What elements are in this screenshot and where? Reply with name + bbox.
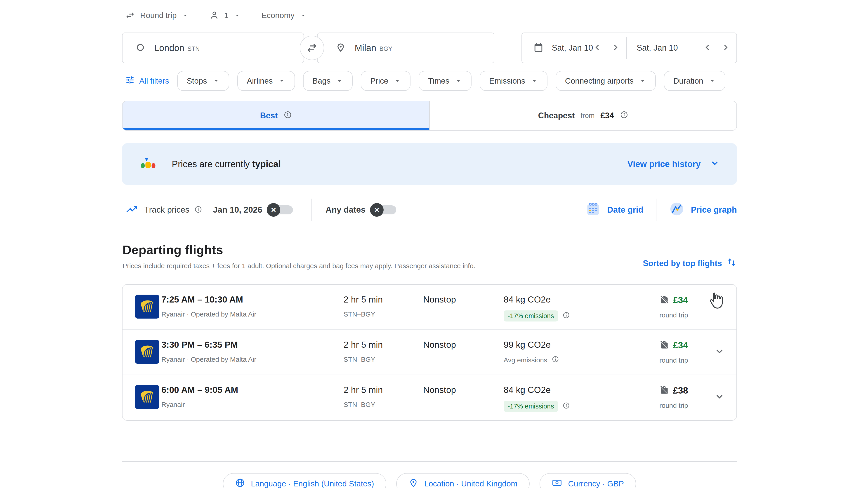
return-date-prev-icon[interactable] — [704, 43, 712, 53]
flight-row-2[interactable]: 3:30 PM – 6:35 PM Ryanair · Operated by … — [123, 330, 737, 375]
filter-chip-airlines[interactable]: Airlines — [237, 71, 295, 91]
flight-co2: 99 kg CO2e — [504, 340, 626, 350]
passenger-assistance-link[interactable]: Passenger assistance — [395, 262, 461, 269]
destination-input[interactable]: Milan BGY — [317, 33, 494, 63]
filter-chip-connecting-airports[interactable]: Connecting airports — [556, 71, 656, 91]
filter-chip-stops[interactable]: Stops — [177, 71, 229, 91]
flight-times: 6:00 AM – 9:05 AM — [161, 385, 344, 395]
flight-co2: 84 kg CO2e — [504, 385, 626, 395]
info-icon[interactable] — [563, 312, 570, 320]
sort-arrows-icon — [726, 257, 737, 270]
price-graph-icon — [669, 201, 684, 219]
footer-settings: Language · English (United States) Locat… — [122, 473, 737, 488]
track-prices-label: Track prices — [144, 205, 189, 215]
track-specific-dates-label: Jan 10, 2026 — [213, 205, 262, 215]
tab-best[interactable]: Best — [123, 101, 430, 130]
flight-stops: Nonstop — [423, 385, 504, 395]
flight-stops: Nonstop — [423, 340, 504, 350]
emissions-text: Avg emissions — [504, 356, 547, 364]
cheapest-tab-label: Cheapest — [538, 111, 575, 121]
tune-icon — [125, 75, 135, 87]
swap-origin-destination-button[interactable] — [300, 36, 324, 60]
flight-results-list: 7:25 AM – 10:30 AM Ryanair · Operated by… — [122, 284, 737, 421]
trip-options-bar: Round trip 1 Economy — [122, 5, 737, 25]
mouse-cursor-pointer — [707, 291, 724, 311]
return-date-next-icon[interactable] — [721, 43, 730, 53]
section-title: Departing flights — [123, 242, 737, 257]
track-specific-dates-toggle[interactable]: ✕ — [267, 205, 293, 215]
return-date-field[interactable]: Sat, Jan 10 — [627, 43, 730, 53]
departure-date-next-icon[interactable] — [612, 43, 620, 53]
bag-fees-link[interactable]: bag fees — [332, 262, 358, 269]
tab-cheapest[interactable]: Cheapest from £34 — [430, 101, 737, 130]
cheapest-from-price: £34 — [600, 111, 614, 121]
departure-date-prev-icon[interactable] — [593, 43, 601, 53]
divider — [656, 199, 656, 221]
price-note: round trip — [659, 311, 688, 319]
location-pin-icon — [336, 42, 346, 53]
info-icon[interactable] — [563, 402, 570, 411]
banknote-icon — [552, 478, 562, 488]
caret-down-icon — [182, 11, 189, 19]
flight-times: 3:30 PM – 6:35 PM — [161, 340, 344, 350]
info-icon[interactable] — [284, 111, 292, 121]
origin-airport-code: STN — [187, 45, 199, 53]
trip-type-dropdown[interactable]: Round trip — [125, 10, 189, 20]
price-graph-button[interactable]: Price graph — [669, 201, 737, 219]
all-filters-button[interactable]: All filters — [125, 75, 169, 87]
origin-circle-icon — [135, 43, 145, 53]
departure-date-field[interactable]: Sat, Jan 10 — [533, 42, 626, 54]
currency-button[interactable]: Currency · GBP — [539, 473, 636, 488]
caret-down-icon — [300, 11, 307, 19]
no-carry-on-bag-icon — [659, 340, 669, 351]
filter-chip-duration[interactable]: Duration — [664, 71, 725, 91]
flight-row-1[interactable]: 7:25 AM – 10:30 AM Ryanair · Operated by… — [123, 285, 737, 330]
cheapest-from-word: from — [581, 111, 594, 120]
filter-chip-price[interactable]: Price — [361, 71, 410, 91]
passenger-count: 1 — [224, 11, 228, 20]
footer-divider — [122, 461, 737, 462]
expand-chevron-icon[interactable] — [714, 346, 725, 357]
date-range-input: Sat, Jan 10 Sat, Jan 10 — [522, 33, 737, 63]
info-icon[interactable] — [552, 356, 559, 364]
info-icon[interactable] — [194, 205, 202, 214]
caret-down-icon — [709, 77, 716, 85]
flight-route: STN–BGY — [344, 311, 423, 318]
view-price-history-button[interactable]: View price history — [627, 158, 720, 170]
caret-down-icon — [336, 77, 343, 85]
language-button[interactable]: Language · English (United States) — [223, 473, 386, 488]
cabin-class-dropdown[interactable]: Economy — [261, 11, 307, 20]
flight-co2: 84 kg CO2e — [504, 295, 626, 304]
location-button[interactable]: Location · United Kingdom — [396, 473, 530, 488]
divider — [311, 199, 312, 221]
flight-price: £34 — [673, 340, 688, 350]
flight-row-3[interactable]: 6:00 AM – 9:05 AM Ryanair 2 hr 5 min STN… — [123, 375, 737, 420]
trending-chart-icon — [125, 203, 138, 217]
origin-city: London — [154, 43, 184, 53]
expand-chevron-icon[interactable] — [714, 391, 725, 402]
cabin-class-value: Economy — [261, 11, 294, 20]
track-any-dates-toggle[interactable]: ✕ — [370, 205, 397, 215]
toggle-x-knob: ✕ — [370, 203, 383, 217]
ryanair-logo — [135, 385, 159, 409]
filter-chip-emissions[interactable]: Emissions — [480, 71, 547, 91]
filter-chip-times[interactable]: Times — [418, 71, 471, 91]
ranking-tabs: Best Cheapest from £34 — [122, 101, 737, 131]
departure-date-value: Sat, Jan 10 — [552, 43, 593, 53]
destination-airport-code: BGY — [379, 45, 393, 53]
sort-by-button[interactable]: Sorted by top flights — [643, 257, 737, 270]
passengers-dropdown[interactable]: 1 — [210, 11, 241, 20]
flight-price: £38 — [673, 385, 688, 396]
price-insights-banner: Prices are currently typical View price … — [122, 143, 737, 185]
origin-input[interactable]: London STN — [122, 33, 304, 63]
flight-airline: Ryanair — [161, 401, 344, 409]
return-date-value: Sat, Jan 10 — [637, 43, 678, 53]
flight-duration: 2 hr 5 min — [344, 295, 423, 304]
caret-down-icon — [531, 77, 538, 85]
filter-chip-bags[interactable]: Bags — [303, 71, 353, 91]
date-grid-button[interactable]: Date grid — [585, 201, 643, 219]
flight-duration: 2 hr 5 min — [344, 385, 423, 395]
info-icon[interactable] — [620, 111, 628, 121]
location-pin-icon — [408, 478, 418, 488]
flight-stops: Nonstop — [423, 295, 504, 304]
